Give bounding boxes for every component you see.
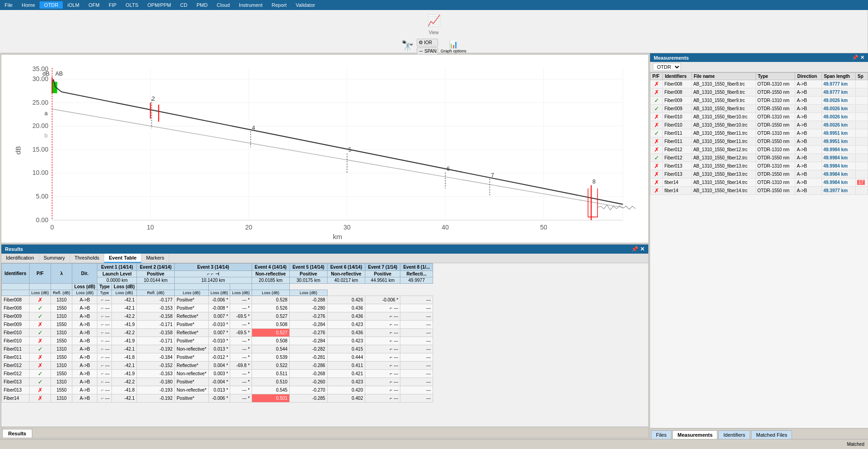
table-row[interactable]: Fiber011 ✗ 1550 A->B ⌐ --- -41.8 -0.184 … bbox=[2, 353, 433, 362]
e1-icon[interactable]: ⌐ bbox=[101, 388, 104, 393]
list-item[interactable]: ✗ fiber14 AB_1310_1550_fiber14.trc OTDR-… bbox=[651, 179, 868, 187]
e1-icon[interactable]: ⌐ bbox=[101, 322, 104, 327]
e1-icon[interactable]: ⌐ bbox=[101, 297, 104, 302]
list-item[interactable]: ✗ Fiber010 AB_1310_1550_fiber10.trc OTDR… bbox=[651, 113, 868, 121]
e1-icon[interactable]: ⌐ bbox=[101, 396, 104, 401]
m-cell-sp bbox=[855, 170, 868, 179]
menu-instrument[interactable]: Instrument bbox=[234, 1, 267, 9]
e1-icon[interactable]: ⌐ bbox=[101, 314, 104, 319]
results-close-btn[interactable]: ✕ bbox=[640, 246, 645, 252]
e1-icon[interactable]: ⌐ bbox=[101, 347, 104, 352]
tab-identification[interactable]: Identification bbox=[1, 254, 39, 263]
e1-icon[interactable]: ⌐ bbox=[101, 355, 104, 360]
menu-home[interactable]: Home bbox=[17, 1, 40, 9]
m-cell-id: Fiber009 bbox=[663, 105, 691, 113]
pf-fail-icon: ✗ bbox=[38, 321, 43, 328]
tab-thresholds[interactable]: Thresholds bbox=[70, 254, 104, 263]
list-item[interactable]: ✗ Fiber012 AB_1310_1550_fiber12.trc OTDR… bbox=[651, 146, 868, 154]
cell-id: Fiber14 bbox=[2, 394, 30, 403]
table-row[interactable]: Fiber010 ✗ 1550 A->B ⌐ --- -41.9 -0.171 … bbox=[2, 337, 433, 345]
table-row[interactable]: Fiber009 ✓ 1310 A->B ⌐ --- -42.2 -0.158 … bbox=[2, 312, 433, 321]
e6-dist: 40.0217 km bbox=[327, 277, 365, 284]
cell-pf: ✓ bbox=[29, 304, 51, 312]
list-item[interactable]: ✓ Fiber012 AB_1310_1550_fiber12.trc OTDR… bbox=[651, 154, 868, 162]
files-tab-btn[interactable]: Files bbox=[651, 430, 671, 439]
identifiers-tab-btn[interactable]: Identifiers bbox=[718, 430, 750, 439]
table-row[interactable]: Fiber008 ✓ 1550 A->B ⌐ --- -42.1 -0.153 … bbox=[2, 304, 433, 312]
results-table-wrap[interactable]: Identifiers P/F λ Dir. Event 1 (14/14) E… bbox=[1, 263, 648, 427]
menu-fip[interactable]: FIP bbox=[104, 1, 121, 9]
table-row[interactable]: Fiber008 ✗ 1310 A->B ⌐ --- -42.1 -0.177 … bbox=[2, 296, 433, 304]
list-item[interactable]: ✗ Fiber008 AB_1310_1550_fiber8.trc OTDR-… bbox=[651, 80, 868, 88]
ior-btn[interactable]: ⚙ IOR bbox=[417, 39, 439, 46]
cell-pf: ✗ bbox=[29, 321, 51, 329]
cell-e4-loss: 0.539 bbox=[252, 353, 289, 362]
matched-files-tab-btn[interactable]: Matched Files bbox=[751, 430, 792, 439]
list-item[interactable]: ✗ fiber14 AB_1310_1550_fiber14.trc OTDR-… bbox=[651, 187, 868, 195]
results-tab-btn[interactable]: Results bbox=[2, 429, 32, 438]
e1-icon[interactable]: ⌐ bbox=[101, 379, 104, 384]
menu-report[interactable]: Report bbox=[267, 1, 291, 9]
m-cell-sp bbox=[855, 187, 868, 195]
menu-ofm[interactable]: OFM bbox=[84, 1, 104, 9]
table-row[interactable]: Fiber012 ✗ 1310 A->B ⌐ --- -42.1 -0.152 … bbox=[2, 362, 433, 370]
list-item[interactable]: ✗ Fiber011 AB_1310_1550_fiber11.trc OTDR… bbox=[651, 138, 868, 146]
list-item[interactable]: ✓ Fiber009 AB_1310_1550_fiber9.trc OTDR-… bbox=[651, 105, 868, 113]
table-row[interactable]: Fiber013 ✗ 1550 A->B ⌐ --- -41.8 -0.193 … bbox=[2, 386, 433, 394]
measurements-tab-btn[interactable]: Measurements bbox=[672, 430, 717, 439]
menu-iolm[interactable]: iOLM bbox=[63, 1, 84, 9]
view-buttons: 📈 bbox=[425, 12, 443, 29]
svg-text:15.00: 15.00 bbox=[32, 146, 48, 153]
m-cell-dir: A->B bbox=[795, 162, 822, 170]
list-item[interactable]: ✓ Fiber009 AB_1310_1550_fiber9.trc OTDR-… bbox=[651, 97, 868, 105]
otdr-dropdown[interactable]: OTDR bbox=[653, 63, 681, 71]
menu-cd[interactable]: CD bbox=[176, 1, 192, 9]
e1-icon[interactable]: ⌐ bbox=[101, 306, 104, 311]
col-e6-loss-hdr bbox=[208, 284, 230, 290]
measurements-table-wrap[interactable]: P/F Identifiers File name Type Direction… bbox=[650, 72, 868, 428]
measurements-pin-btn[interactable]: 📌 bbox=[852, 55, 858, 61]
menu-opmppm[interactable]: OPM/PPM bbox=[143, 1, 176, 9]
menu-olts[interactable]: OLTS bbox=[121, 1, 143, 9]
m-cell-pf: ✗ bbox=[651, 113, 663, 121]
m-cell-span: 49.9984 km bbox=[822, 179, 855, 187]
e1-icon[interactable]: ⌐ bbox=[101, 371, 104, 376]
tab-event-table[interactable]: Event Table bbox=[104, 254, 141, 263]
table-row[interactable]: Fiber14 ✗ 1310 A->B ⌐ --- -42.1 -0.192 P… bbox=[2, 394, 433, 403]
m-cell-file: AB_1310_1550_fiber14.trc bbox=[691, 179, 756, 187]
list-item[interactable]: ✓ Fiber011 AB_1310_1550_fiber11.trc OTDR… bbox=[651, 129, 868, 138]
menu-file[interactable]: File bbox=[0, 1, 17, 9]
cell-e1-loss: ⌐ --- bbox=[97, 329, 112, 337]
list-item[interactable]: ✗ Fiber008 AB_1310_1550_fiber8.trc OTDR-… bbox=[651, 88, 868, 97]
cell-e6-loss: 0.426 bbox=[327, 296, 365, 304]
table-row[interactable]: Fiber011 ✓ 1310 A->B ⌐ --- -42.1 -0.192 … bbox=[2, 345, 433, 353]
menu-cloud[interactable]: Cloud bbox=[212, 1, 234, 9]
table-row[interactable]: Fiber013 ✓ 1310 A->B ⌐ --- -42.2 -0.180 … bbox=[2, 378, 433, 386]
graph-options-btn[interactable]: 📊 Graph options bbox=[439, 39, 468, 55]
table-row[interactable]: Fiber012 ✓ 1550 A->B ⌐ --- -41.9 -0.163 … bbox=[2, 370, 433, 378]
tab-markers[interactable]: Markers bbox=[141, 254, 169, 263]
m-cell-dir: A->B bbox=[795, 80, 822, 88]
pf-pass-icon: ✓ bbox=[38, 329, 43, 336]
menu-validator[interactable]: Validator bbox=[291, 1, 320, 9]
list-item[interactable]: ✗ Fiber013 AB_1310_1550_fiber13.trc OTDR… bbox=[651, 170, 868, 179]
list-item[interactable]: ✗ Fiber010 AB_1310_1550_fiber10.trc OTDR… bbox=[651, 121, 868, 129]
table-row[interactable]: Fiber009 ✗ 1550 A->B ⌐ --- -41.9 -0.171 … bbox=[2, 321, 433, 329]
e1-icon[interactable]: ⌐ bbox=[101, 330, 104, 335]
menu-otdr[interactable]: OTDR bbox=[40, 1, 63, 9]
cell-e1-loss: ⌐ --- bbox=[97, 312, 112, 321]
cell-dir: A->B bbox=[72, 329, 97, 337]
measurement-large-btn[interactable]: 🔭 bbox=[400, 39, 415, 53]
results-pin-btn[interactable]: 📌 bbox=[631, 246, 638, 252]
table-row[interactable]: Fiber010 ✓ 1310 A->B ⌐ --- -42.2 -0.158 … bbox=[2, 329, 433, 337]
tab-summary[interactable]: Summary bbox=[39, 254, 70, 263]
measurements-close-btn[interactable]: ✕ bbox=[860, 55, 864, 61]
list-item[interactable]: ✗ Fiber013 AB_1310_1550_fiber13.trc OTDR… bbox=[651, 162, 868, 170]
e1-icon[interactable]: ⌐ bbox=[101, 363, 104, 368]
pf-fail-icon: ✗ bbox=[38, 387, 43, 393]
m-pf-fail-icon: ✗ bbox=[654, 146, 659, 153]
view-large-btn[interactable]: 📈 bbox=[425, 12, 443, 29]
e1-icon[interactable]: ⌐ bbox=[101, 338, 104, 343]
menu-pmd[interactable]: PMD bbox=[192, 1, 212, 9]
graph-opts-icon: 📊 bbox=[449, 40, 458, 49]
